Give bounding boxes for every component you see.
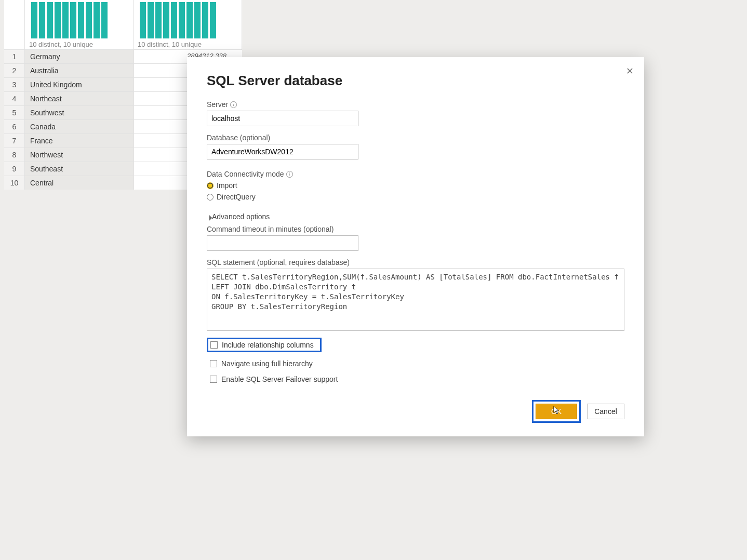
info-icon[interactable]: i bbox=[286, 171, 293, 178]
cell-region[interactable]: Southwest bbox=[25, 106, 134, 119]
server-label: Server i bbox=[207, 100, 624, 109]
cell-region[interactable]: Southeast bbox=[25, 162, 134, 176]
timeout-label: Command timeout in minutes (optional) bbox=[207, 225, 624, 233]
cell-region[interactable]: Northeast bbox=[25, 92, 134, 105]
checkbox-relationship-label: Include relationship columns bbox=[222, 341, 314, 349]
include-relationship-highlight: Include relationship columns bbox=[207, 338, 322, 352]
checkbox-hierarchy-row[interactable]: Navigate using full hierarchy bbox=[207, 357, 624, 370]
column-a-chart: 10 distinct, 10 unique bbox=[25, 0, 134, 49]
cell-region[interactable]: Canada bbox=[25, 120, 134, 134]
database-input[interactable] bbox=[207, 144, 358, 159]
sql-statement-input[interactable] bbox=[207, 269, 624, 331]
connectivity-label: Data Connectivity mode i bbox=[207, 170, 624, 178]
cell-region[interactable]: France bbox=[25, 134, 134, 148]
cell-region[interactable]: United Kingdom bbox=[25, 78, 134, 91]
row-number: 6 bbox=[4, 120, 25, 134]
advanced-options-toggle[interactable]: Advanced options bbox=[207, 212, 624, 221]
column-b-chart: 10 distinct, 10 unique bbox=[134, 0, 242, 49]
cell-region[interactable]: Central bbox=[25, 176, 134, 190]
column-quality-header: 10 distinct, 10 unique 10 distinct, 10 u… bbox=[4, 0, 242, 49]
checkbox-hierarchy[interactable] bbox=[210, 360, 217, 367]
cancel-button[interactable]: Cancel bbox=[587, 404, 624, 419]
row-number: 3 bbox=[4, 78, 25, 91]
checkbox-relationship[interactable] bbox=[210, 341, 218, 349]
distinct-label-a: 10 distinct, 10 unique bbox=[29, 39, 129, 48]
database-label: Database (optional) bbox=[207, 134, 624, 142]
ok-button[interactable]: OK bbox=[536, 404, 577, 419]
checkbox-failover[interactable] bbox=[210, 376, 217, 383]
row-number: 1 bbox=[4, 50, 25, 63]
cell-region[interactable]: Australia bbox=[25, 64, 134, 77]
row-number: 8 bbox=[4, 148, 25, 162]
info-icon[interactable]: i bbox=[230, 101, 237, 108]
ok-button-highlight: OK bbox=[532, 400, 581, 423]
row-number: 4 bbox=[4, 92, 25, 105]
row-number: 10 bbox=[4, 176, 25, 190]
checkbox-failover-row[interactable]: Enable SQL Server Failover support bbox=[207, 373, 624, 385]
timeout-input[interactable] bbox=[207, 235, 358, 251]
cell-region[interactable]: Northwest bbox=[25, 148, 134, 162]
row-number: 9 bbox=[4, 162, 25, 176]
radio-import[interactable]: Import bbox=[207, 181, 624, 190]
radio-directquery[interactable]: DirectQuery bbox=[207, 193, 624, 201]
sql-server-dialog: ✕ SQL Server database Server i Database … bbox=[187, 57, 644, 436]
distinct-label-b: 10 distinct, 10 unique bbox=[138, 39, 237, 48]
row-number: 7 bbox=[4, 134, 25, 148]
dialog-title: SQL Server database bbox=[207, 73, 624, 89]
server-input[interactable] bbox=[207, 111, 358, 126]
close-button[interactable]: ✕ bbox=[626, 65, 634, 77]
cell-region[interactable]: Germany bbox=[25, 50, 134, 63]
row-number: 5 bbox=[4, 106, 25, 119]
sql-statement-label: SQL statement (optional, requires databa… bbox=[207, 258, 624, 266]
row-number: 2 bbox=[4, 64, 25, 77]
